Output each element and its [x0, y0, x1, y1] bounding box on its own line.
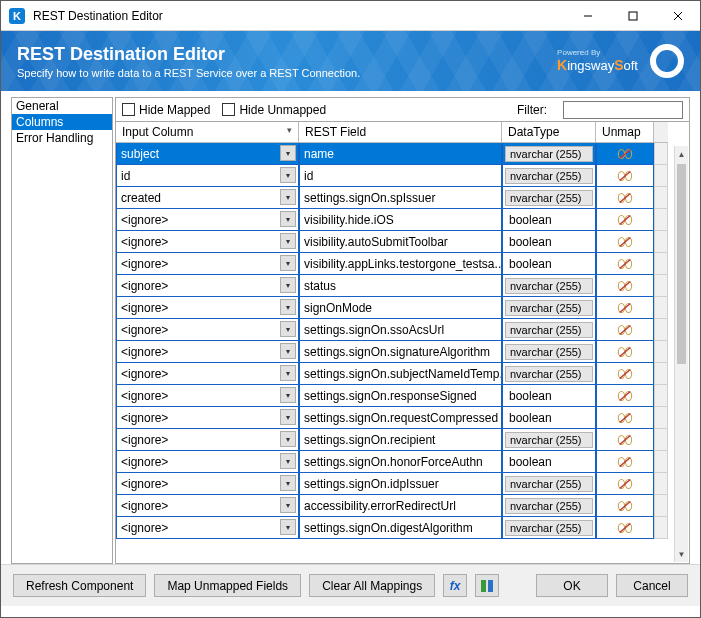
chevron-down-icon[interactable]: ▾: [280, 167, 296, 183]
clear-mappings-button[interactable]: Clear All Mappings: [309, 574, 435, 597]
col-header-datatype[interactable]: DataType: [502, 122, 596, 143]
rest-field-cell[interactable]: settings.signOn.subjectNameIdTemp...: [299, 363, 502, 385]
col-header-input[interactable]: Input Column: [116, 122, 299, 143]
datatype-cell: boolean: [502, 253, 596, 275]
input-column-cell[interactable]: <ignore>▾: [116, 385, 299, 407]
rest-field-cell[interactable]: visibility.autoSubmitToolbar: [299, 231, 502, 253]
hide-mapped-checkbox[interactable]: Hide Mapped: [122, 103, 210, 117]
chevron-down-icon[interactable]: ▾: [280, 365, 296, 381]
chevron-down-icon[interactable]: ▾: [280, 233, 296, 249]
input-column-cell[interactable]: <ignore>▾: [116, 363, 299, 385]
unmap-cell[interactable]: [596, 165, 654, 187]
unmap-icon: [617, 169, 633, 183]
rest-field-cell[interactable]: name: [299, 143, 502, 165]
minimize-button[interactable]: [565, 1, 610, 30]
chevron-down-icon[interactable]: ▾: [280, 145, 296, 161]
chevron-down-icon[interactable]: ▾: [280, 255, 296, 271]
input-column-cell[interactable]: <ignore>▾: [116, 231, 299, 253]
filter-input[interactable]: [563, 101, 683, 119]
unmap-cell[interactable]: [596, 429, 654, 451]
rest-field-cell[interactable]: settings.signOn.idpIssuer: [299, 473, 502, 495]
rest-field-cell[interactable]: settings.signOn.signatureAlgorithm: [299, 341, 502, 363]
input-column-cell[interactable]: <ignore>▾: [116, 429, 299, 451]
unmap-cell[interactable]: [596, 297, 654, 319]
chevron-down-icon[interactable]: ▾: [280, 387, 296, 403]
rest-field-cell[interactable]: settings.signOn.responseSigned: [299, 385, 502, 407]
input-column-cell[interactable]: <ignore>▾: [116, 495, 299, 517]
rest-field-cell[interactable]: visibility.appLinks.testorgone_testsa...: [299, 253, 502, 275]
scroll-up-icon[interactable]: ▲: [675, 146, 688, 162]
scroll-thumb[interactable]: [677, 164, 686, 364]
col-header-unmap[interactable]: Unmap: [596, 122, 654, 143]
unmap-cell[interactable]: [596, 517, 654, 539]
unmap-cell[interactable]: [596, 451, 654, 473]
chevron-down-icon[interactable]: ▾: [280, 519, 296, 535]
unmap-cell[interactable]: [596, 187, 654, 209]
unmap-cell[interactable]: [596, 363, 654, 385]
input-column-cell[interactable]: <ignore>▾: [116, 451, 299, 473]
fx-button[interactable]: fx: [443, 574, 467, 597]
input-column-cell[interactable]: id▾: [116, 165, 299, 187]
chevron-down-icon[interactable]: ▾: [280, 475, 296, 491]
scroll-down-icon[interactable]: ▼: [675, 546, 688, 562]
input-column-cell[interactable]: <ignore>▾: [116, 209, 299, 231]
rest-field-cell[interactable]: status: [299, 275, 502, 297]
chevron-down-icon[interactable]: ▾: [280, 321, 296, 337]
unmap-cell[interactable]: [596, 407, 654, 429]
chevron-down-icon[interactable]: ▾: [280, 277, 296, 293]
chevron-down-icon[interactable]: ▾: [280, 343, 296, 359]
columns-button[interactable]: [475, 574, 499, 597]
chevron-down-icon[interactable]: ▾: [280, 299, 296, 315]
rest-field-cell[interactable]: settings.signOn.spIssuer: [299, 187, 502, 209]
chevron-down-icon[interactable]: ▾: [280, 431, 296, 447]
chevron-down-icon[interactable]: ▾: [280, 453, 296, 469]
sidebar-item-general[interactable]: General: [12, 98, 112, 114]
vertical-scrollbar[interactable]: ▲ ▼: [674, 146, 688, 562]
rest-field-cell[interactable]: accessibility.errorRedirectUrl: [299, 495, 502, 517]
input-column-cell[interactable]: created▾: [116, 187, 299, 209]
input-column-cell[interactable]: <ignore>▾: [116, 517, 299, 539]
input-column-cell[interactable]: <ignore>▾: [116, 473, 299, 495]
input-column-cell[interactable]: <ignore>▾: [116, 275, 299, 297]
unmap-cell[interactable]: [596, 341, 654, 363]
unmap-cell[interactable]: [596, 143, 654, 165]
unmap-cell[interactable]: [596, 253, 654, 275]
cancel-button[interactable]: Cancel: [616, 574, 688, 597]
sidebar-item-columns[interactable]: Columns: [12, 114, 112, 130]
input-column-cell[interactable]: <ignore>▾: [116, 341, 299, 363]
rest-field-cell[interactable]: settings.signOn.recipient: [299, 429, 502, 451]
chevron-down-icon[interactable]: ▾: [280, 189, 296, 205]
close-button[interactable]: [655, 1, 700, 30]
rest-field-cell[interactable]: settings.signOn.digestAlgorithm: [299, 517, 502, 539]
svg-line-15: [620, 215, 631, 224]
unmap-cell[interactable]: [596, 473, 654, 495]
rest-field-cell[interactable]: settings.signOn.requestCompressed: [299, 407, 502, 429]
rest-field-cell[interactable]: visibility.hide.iOS: [299, 209, 502, 231]
hide-unmapped-checkbox[interactable]: Hide Unmapped: [222, 103, 326, 117]
input-column-cell[interactable]: <ignore>▾: [116, 407, 299, 429]
input-column-cell[interactable]: <ignore>▾: [116, 253, 299, 275]
ok-button[interactable]: OK: [536, 574, 608, 597]
maximize-button[interactable]: [610, 1, 655, 30]
rest-field-cell[interactable]: signOnMode: [299, 297, 502, 319]
map-unmapped-button[interactable]: Map Unmapped Fields: [154, 574, 301, 597]
unmap-cell[interactable]: [596, 385, 654, 407]
sidebar-item-error-handling[interactable]: Error Handling: [12, 130, 112, 146]
input-column-cell[interactable]: <ignore>▾: [116, 319, 299, 341]
chevron-down-icon[interactable]: ▾: [280, 211, 296, 227]
rest-field-cell[interactable]: id: [299, 165, 502, 187]
input-column-cell[interactable]: subject▾: [116, 143, 299, 165]
chevron-down-icon[interactable]: ▾: [280, 409, 296, 425]
unmap-cell[interactable]: [596, 275, 654, 297]
input-column-cell[interactable]: <ignore>▾: [116, 297, 299, 319]
svg-line-57: [620, 523, 631, 532]
rest-field-cell[interactable]: settings.signOn.ssoAcsUrl: [299, 319, 502, 341]
chevron-down-icon[interactable]: ▾: [280, 497, 296, 513]
rest-field-cell[interactable]: settings.signOn.honorForceAuthn: [299, 451, 502, 473]
col-header-rest[interactable]: REST Field: [299, 122, 502, 143]
unmap-cell[interactable]: [596, 495, 654, 517]
unmap-cell[interactable]: [596, 319, 654, 341]
refresh-button[interactable]: Refresh Component: [13, 574, 146, 597]
unmap-cell[interactable]: [596, 209, 654, 231]
unmap-cell[interactable]: [596, 231, 654, 253]
